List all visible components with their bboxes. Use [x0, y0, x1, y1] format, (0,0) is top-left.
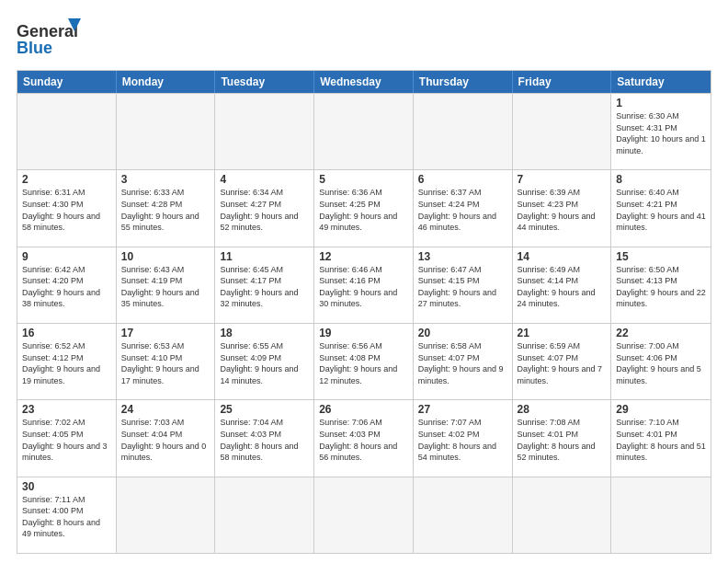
- cal-cell: 13Sunrise: 6:47 AM Sunset: 4:15 PM Dayli…: [414, 247, 513, 323]
- day-info: Sunrise: 6:45 AM Sunset: 4:17 PM Dayligh…: [220, 264, 309, 310]
- day-number: 17: [121, 327, 210, 339]
- day-info: Sunrise: 7:06 AM Sunset: 4:03 PM Dayligh…: [319, 417, 408, 463]
- day-info: Sunrise: 6:40 AM Sunset: 4:21 PM Dayligh…: [616, 187, 706, 233]
- cal-cell: 9Sunrise: 6:42 AM Sunset: 4:20 PM Daylig…: [17, 247, 117, 323]
- calendar-header: SundayMondayTuesdayWednesdayThursdayFrid…: [17, 71, 711, 93]
- day-number: 3: [121, 173, 210, 186]
- cal-cell: 25Sunrise: 7:04 AM Sunset: 4:03 PM Dayli…: [215, 400, 314, 476]
- cal-cell: 20Sunrise: 6:58 AM Sunset: 4:07 PM Dayli…: [414, 324, 513, 399]
- cal-cell: [215, 477, 314, 553]
- cal-week-row: 16Sunrise: 6:52 AM Sunset: 4:12 PM Dayli…: [17, 323, 711, 399]
- cal-header-day: Thursday: [414, 71, 513, 93]
- day-info: Sunrise: 7:04 AM Sunset: 4:03 PM Dayligh…: [220, 417, 309, 463]
- cal-cell: 26Sunrise: 7:06 AM Sunset: 4:03 PM Dayli…: [314, 400, 414, 476]
- day-number: 5: [319, 173, 408, 186]
- svg-text:General: General: [17, 22, 78, 40]
- day-number: 22: [616, 327, 706, 339]
- day-info: Sunrise: 7:08 AM Sunset: 4:01 PM Dayligh…: [518, 417, 607, 463]
- cal-cell: 8Sunrise: 6:40 AM Sunset: 4:21 PM Daylig…: [611, 170, 711, 246]
- day-info: Sunrise: 6:53 AM Sunset: 4:10 PM Dayligh…: [121, 340, 210, 386]
- day-info: Sunrise: 6:43 AM Sunset: 4:19 PM Dayligh…: [121, 264, 210, 310]
- day-number: 26: [319, 403, 408, 416]
- cal-cell: [414, 94, 513, 169]
- cal-cell: 10Sunrise: 6:43 AM Sunset: 4:19 PM Dayli…: [117, 247, 216, 323]
- cal-cell: 22Sunrise: 7:00 AM Sunset: 4:06 PM Dayli…: [611, 324, 711, 399]
- cal-cell: 21Sunrise: 6:59 AM Sunset: 4:07 PM Dayli…: [513, 324, 612, 399]
- cal-header-day: Friday: [513, 71, 612, 93]
- cal-week-row: 1Sunrise: 6:30 AM Sunset: 4:31 PM Daylig…: [17, 93, 711, 169]
- cal-cell: 19Sunrise: 6:56 AM Sunset: 4:08 PM Dayli…: [314, 324, 414, 399]
- day-info: Sunrise: 6:49 AM Sunset: 4:14 PM Dayligh…: [518, 264, 607, 310]
- day-number: 18: [220, 327, 309, 339]
- cal-week-row: 30Sunrise: 7:11 AM Sunset: 4:00 PM Dayli…: [17, 477, 711, 553]
- logo: GeneralBlue: [17, 17, 81, 61]
- day-number: 1: [616, 97, 706, 109]
- day-info: Sunrise: 7:10 AM Sunset: 4:01 PM Dayligh…: [616, 417, 706, 463]
- cal-header-day: Sunday: [17, 71, 117, 93]
- day-info: Sunrise: 6:33 AM Sunset: 4:28 PM Dayligh…: [121, 187, 210, 233]
- day-number: 20: [418, 327, 507, 339]
- cal-cell: [117, 477, 216, 553]
- cal-week-row: 23Sunrise: 7:02 AM Sunset: 4:05 PM Dayli…: [17, 399, 711, 476]
- cal-cell: 2Sunrise: 6:31 AM Sunset: 4:30 PM Daylig…: [17, 170, 117, 246]
- day-number: 11: [220, 250, 309, 263]
- day-info: Sunrise: 6:37 AM Sunset: 4:24 PM Dayligh…: [418, 187, 507, 233]
- day-number: 14: [518, 250, 607, 263]
- day-info: Sunrise: 6:30 AM Sunset: 4:31 PM Dayligh…: [616, 110, 706, 156]
- cal-cell: [215, 94, 314, 169]
- cal-header-day: Tuesday: [215, 71, 314, 93]
- cal-cell: 30Sunrise: 7:11 AM Sunset: 4:00 PM Dayli…: [17, 477, 117, 553]
- cal-cell: [414, 477, 513, 553]
- day-info: Sunrise: 7:11 AM Sunset: 4:00 PM Dayligh…: [22, 494, 111, 540]
- cal-cell: 18Sunrise: 6:55 AM Sunset: 4:09 PM Dayli…: [215, 324, 314, 399]
- day-number: 30: [22, 480, 111, 493]
- day-number: 27: [418, 403, 507, 416]
- cal-cell: 14Sunrise: 6:49 AM Sunset: 4:14 PM Dayli…: [513, 247, 612, 323]
- day-info: Sunrise: 6:58 AM Sunset: 4:07 PM Dayligh…: [418, 340, 507, 386]
- header: GeneralBlue: [17, 17, 711, 61]
- day-number: 21: [518, 327, 607, 339]
- page: GeneralBlue SundayMondayTuesdayWednesday…: [0, 0, 728, 563]
- day-info: Sunrise: 6:39 AM Sunset: 4:23 PM Dayligh…: [518, 187, 607, 233]
- cal-cell: 29Sunrise: 7:10 AM Sunset: 4:01 PM Dayli…: [611, 400, 711, 476]
- day-number: 28: [518, 403, 607, 416]
- day-info: Sunrise: 7:02 AM Sunset: 4:05 PM Dayligh…: [22, 417, 111, 463]
- day-info: Sunrise: 6:52 AM Sunset: 4:12 PM Dayligh…: [22, 340, 111, 386]
- day-info: Sunrise: 6:47 AM Sunset: 4:15 PM Dayligh…: [418, 264, 507, 310]
- day-info: Sunrise: 6:59 AM Sunset: 4:07 PM Dayligh…: [518, 340, 607, 386]
- day-number: 24: [121, 403, 210, 416]
- day-info: Sunrise: 6:56 AM Sunset: 4:08 PM Dayligh…: [319, 340, 408, 386]
- day-info: Sunrise: 6:46 AM Sunset: 4:16 PM Dayligh…: [319, 264, 408, 310]
- day-info: Sunrise: 6:34 AM Sunset: 4:27 PM Dayligh…: [220, 187, 309, 233]
- cal-cell: 11Sunrise: 6:45 AM Sunset: 4:17 PM Dayli…: [215, 247, 314, 323]
- cal-cell: 4Sunrise: 6:34 AM Sunset: 4:27 PM Daylig…: [215, 170, 314, 246]
- day-number: 10: [121, 250, 210, 263]
- cal-week-row: 2Sunrise: 6:31 AM Sunset: 4:30 PM Daylig…: [17, 169, 711, 246]
- cal-cell: 24Sunrise: 7:03 AM Sunset: 4:04 PM Dayli…: [117, 400, 216, 476]
- cal-header-day: Monday: [117, 71, 216, 93]
- cal-week-row: 9Sunrise: 6:42 AM Sunset: 4:20 PM Daylig…: [17, 247, 711, 323]
- day-number: 6: [418, 173, 507, 186]
- cal-cell: 16Sunrise: 6:52 AM Sunset: 4:12 PM Dayli…: [17, 324, 117, 399]
- day-number: 15: [616, 250, 706, 263]
- day-info: Sunrise: 6:36 AM Sunset: 4:25 PM Dayligh…: [319, 187, 408, 233]
- cal-cell: [513, 94, 612, 169]
- cal-cell: [513, 477, 612, 553]
- day-number: 8: [616, 173, 706, 186]
- day-number: 25: [220, 403, 309, 416]
- cal-header-day: Wednesday: [314, 71, 414, 93]
- cal-cell: [17, 94, 117, 169]
- cal-cell: 27Sunrise: 7:07 AM Sunset: 4:02 PM Dayli…: [414, 400, 513, 476]
- calendar: SundayMondayTuesdayWednesdayThursdayFrid…: [17, 70, 711, 554]
- day-number: 23: [22, 403, 111, 416]
- day-number: 7: [518, 173, 607, 186]
- cal-cell: 12Sunrise: 6:46 AM Sunset: 4:16 PM Dayli…: [314, 247, 414, 323]
- day-info: Sunrise: 6:31 AM Sunset: 4:30 PM Dayligh…: [22, 187, 111, 233]
- calendar-body: 1Sunrise: 6:30 AM Sunset: 4:31 PM Daylig…: [17, 93, 711, 553]
- generalblue-logo-icon: GeneralBlue: [17, 17, 81, 61]
- cal-cell: 1Sunrise: 6:30 AM Sunset: 4:31 PM Daylig…: [611, 94, 711, 169]
- day-info: Sunrise: 6:50 AM Sunset: 4:13 PM Dayligh…: [616, 264, 706, 310]
- day-number: 9: [22, 250, 111, 263]
- cal-cell: 23Sunrise: 7:02 AM Sunset: 4:05 PM Dayli…: [17, 400, 117, 476]
- day-info: Sunrise: 6:42 AM Sunset: 4:20 PM Dayligh…: [22, 264, 111, 310]
